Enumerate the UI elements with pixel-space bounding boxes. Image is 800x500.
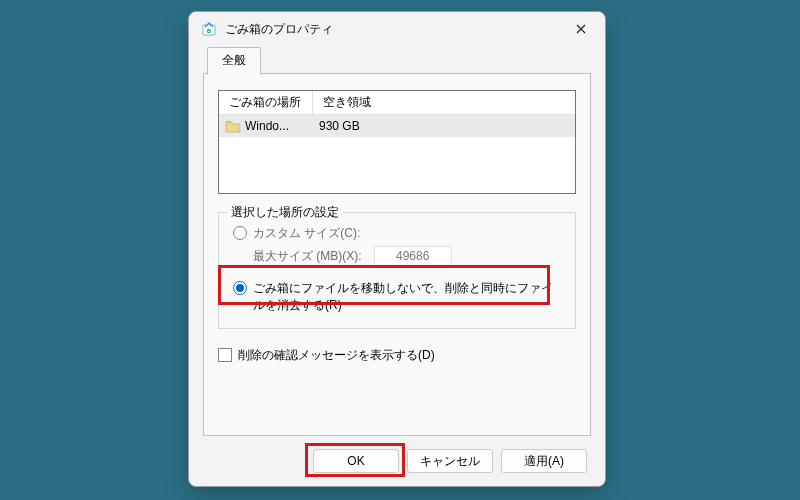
radio-custom-size[interactable]: カスタム サイズ(C): bbox=[233, 225, 565, 242]
settings-group: 選択した場所の設定 カスタム サイズ(C): 最大サイズ (MB)(X): 49… bbox=[218, 212, 576, 329]
max-size-input[interactable]: 49686 bbox=[374, 246, 452, 266]
tab-general[interactable]: 全般 bbox=[207, 47, 261, 75]
dialog-buttons: OK キャンセル 適用(A) bbox=[189, 436, 605, 486]
tabs: 全般 bbox=[189, 46, 605, 74]
folder-icon bbox=[225, 118, 241, 134]
cancel-button[interactable]: キャンセル bbox=[407, 449, 493, 473]
col-location[interactable]: ごみ箱の場所 bbox=[219, 91, 313, 115]
drive-row[interactable]: Windo... 930 GB bbox=[219, 115, 575, 137]
dialog-title: ごみ箱のプロパティ bbox=[225, 21, 333, 38]
group-title: 選択した場所の設定 bbox=[227, 204, 343, 221]
radio-icon bbox=[233, 226, 247, 240]
drive-name: Windo... bbox=[245, 119, 289, 133]
ok-button[interactable]: OK bbox=[313, 449, 399, 473]
radio-delete-immediately[interactable]: ごみ箱にファイルを移動しないで、削除と同時にファイルを消去する(R) bbox=[233, 280, 553, 314]
apply-button[interactable]: 適用(A) bbox=[501, 449, 587, 473]
confirm-delete-checkbox[interactable]: 削除の確認メッセージを表示する(D) bbox=[218, 347, 576, 364]
drive-free: 930 GB bbox=[313, 115, 366, 137]
recycle-bin-icon bbox=[201, 21, 217, 37]
radio-custom-label: カスタム サイズ(C): bbox=[253, 225, 360, 242]
radio-icon bbox=[233, 281, 247, 295]
grid-header: ごみ箱の場所 空き領域 bbox=[219, 91, 575, 115]
confirm-label: 削除の確認メッセージを表示する(D) bbox=[238, 347, 435, 364]
drive-list[interactable]: ごみ箱の場所 空き領域 Windo... 930 GB bbox=[218, 90, 576, 194]
checkbox-icon bbox=[218, 348, 232, 362]
radio-delete-label: ごみ箱にファイルを移動しないで、削除と同時にファイルを消去する(R) bbox=[253, 280, 553, 314]
col-free-space[interactable]: 空き領域 bbox=[313, 91, 575, 115]
close-button[interactable] bbox=[559, 14, 603, 44]
titlebar: ごみ箱のプロパティ bbox=[189, 12, 605, 46]
tab-panel-general: ごみ箱の場所 空き領域 Windo... 930 GB 選択した場所の設定 bbox=[203, 74, 591, 436]
max-size-field: 最大サイズ (MB)(X): 49686 bbox=[253, 246, 565, 266]
max-size-label: 最大サイズ (MB)(X): bbox=[253, 248, 362, 265]
drive-name-cell: Windo... bbox=[219, 115, 313, 137]
recycle-bin-properties-dialog: ごみ箱のプロパティ 全般 ごみ箱の場所 空き領域 bbox=[188, 11, 606, 487]
svg-rect-2 bbox=[226, 121, 231, 123]
